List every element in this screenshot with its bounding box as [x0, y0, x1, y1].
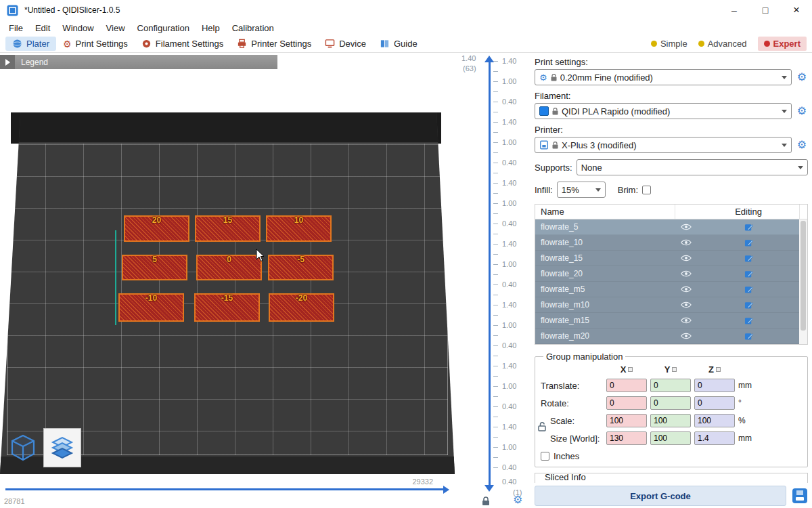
tab-print-settings[interactable]: ⚙ Print Settings	[56, 37, 135, 51]
brim-checkbox[interactable]	[642, 186, 651, 194]
tab-filament-settings[interactable]: Filament Settings	[135, 37, 230, 51]
edit-icon[interactable]	[744, 332, 753, 341]
edit-icon[interactable]	[744, 301, 753, 310]
calibration-tile[interactable]: -5	[268, 255, 334, 280]
lock-icon	[552, 108, 558, 115]
scrollbar-thumb[interactable]	[800, 221, 806, 331]
slider-gear-icon[interactable]: ⚙	[513, 493, 522, 506]
object-list-scrollbar[interactable]	[799, 219, 807, 344]
object-row[interactable]: flowrate_5	[535, 219, 799, 235]
rotate-z-input[interactable]	[694, 396, 735, 410]
send-to-printer-icon[interactable]	[792, 488, 808, 504]
horizontal-slider[interactable]	[5, 488, 444, 490]
axis-x-header: X	[606, 364, 647, 375]
calibration-tile[interactable]: -10	[118, 293, 184, 322]
tick-mark	[493, 142, 498, 143]
calibration-tile[interactable]: 20	[124, 215, 189, 242]
object-row[interactable]: flowrate_10	[535, 235, 799, 251]
legend-collapse-icon[interactable]	[0, 55, 15, 69]
close-button[interactable]: ×	[781, 0, 812, 20]
print-settings-combo[interactable]: ⚙ 0.20mm Fine (modified)	[535, 69, 792, 85]
object-row[interactable]: flowrate_20	[535, 266, 799, 282]
tick-mark	[493, 244, 498, 245]
menu-item-file[interactable]: File	[3, 22, 29, 35]
hscroll-arrow-icon[interactable]	[443, 486, 449, 494]
mode-advanced[interactable]: Advanced	[698, 39, 747, 49]
calibration-tile[interactable]: 15	[195, 215, 261, 242]
object-row[interactable]: flowrate_15	[535, 251, 799, 266]
size-z-input[interactable]	[694, 431, 735, 445]
rotate-x-input[interactable]	[606, 396, 647, 410]
edit-icon[interactable]	[744, 254, 753, 263]
filament-combo[interactable]: QIDI PLA Rapido (modified)	[535, 103, 792, 119]
tile-label: -10	[145, 294, 157, 303]
tab-device[interactable]: Device	[318, 37, 373, 51]
mode-simple[interactable]: Simple	[651, 39, 687, 49]
translate-x-input[interactable]	[606, 379, 647, 392]
uniform-scale-lock-icon[interactable]	[538, 421, 546, 431]
object-row[interactable]: flowrate_m20	[535, 329, 799, 344]
tile-label: 0	[227, 255, 231, 264]
device-icon	[325, 39, 335, 49]
edit-icon[interactable]	[744, 285, 753, 294]
calibration-tile[interactable]: -15	[194, 293, 260, 322]
menu-item-configuration[interactable]: Configuration	[131, 22, 196, 35]
tab-printer-settings[interactable]: Printer Settings	[230, 37, 318, 51]
menu-item-help[interactable]: Help	[196, 22, 226, 35]
hscroll-max-label: 29332	[412, 478, 433, 486]
slider-lock-icon[interactable]	[482, 496, 490, 506]
calibration-tile[interactable]: -20	[269, 293, 334, 322]
printer-combo[interactable]: X-Plus 3 (modified)	[535, 137, 792, 153]
translate-y-input[interactable]	[650, 379, 691, 392]
eye-icon[interactable]	[681, 317, 692, 324]
scale-x-input[interactable]	[606, 414, 647, 427]
menu-item-view[interactable]: View	[100, 22, 131, 35]
scale-y-input[interactable]	[650, 414, 691, 427]
filament-gear-button[interactable]: ⚙	[796, 106, 808, 117]
eye-icon[interactable]	[681, 301, 692, 308]
inches-checkbox[interactable]	[541, 452, 549, 461]
menu-item-edit[interactable]: Edit	[29, 22, 56, 35]
edit-icon[interactable]	[744, 238, 753, 247]
infill-combo[interactable]: 15%	[557, 182, 606, 198]
size-x-input[interactable]	[606, 431, 647, 445]
edit-icon[interactable]	[744, 270, 753, 278]
menu-item-window[interactable]: Window	[56, 22, 99, 35]
view-3d-button[interactable]	[4, 428, 42, 467]
view-layers-button[interactable]	[43, 428, 81, 467]
eye-icon[interactable]	[681, 286, 692, 293]
eye-icon[interactable]	[681, 224, 692, 230]
calibration-tile[interactable]: 0	[196, 255, 262, 280]
scale-z-input[interactable]	[694, 414, 735, 427]
object-row[interactable]: flowrate_m10	[535, 297, 799, 313]
eye-icon[interactable]	[681, 333, 692, 339]
viewport-3d[interactable]: 20151050-5-10-15-20 Legend	[0, 53, 455, 508]
supports-combo[interactable]: None	[577, 159, 808, 175]
tab-plater[interactable]: Plater	[5, 37, 56, 51]
eye-icon[interactable]	[681, 255, 692, 261]
rotate-y-input[interactable]	[650, 396, 691, 410]
eye-icon[interactable]	[681, 270, 692, 277]
tab-guide[interactable]: Guide	[373, 37, 424, 51]
maximize-button[interactable]: □	[750, 0, 781, 20]
layer-tick-label: 1.00	[502, 320, 516, 330]
edit-icon[interactable]	[744, 316, 753, 325]
tile-label: -15	[221, 294, 233, 303]
eye-icon[interactable]	[681, 239, 692, 246]
mode-expert[interactable]: Expert	[758, 37, 807, 51]
object-row[interactable]: flowrate_m5	[535, 282, 799, 297]
edit-icon[interactable]	[744, 223, 753, 232]
tick-mark	[493, 295, 498, 295]
minimize-button[interactable]: –	[719, 0, 750, 20]
menu-item-calibration[interactable]: Calibration	[226, 22, 280, 35]
export-gcode-button[interactable]: Export G-code	[535, 486, 786, 506]
legend-header[interactable]: Legend	[0, 55, 277, 69]
print-settings-gear-button[interactable]: ⚙	[796, 72, 808, 83]
size-y-input[interactable]	[650, 431, 691, 445]
calibration-tile[interactable]: 10	[266, 215, 332, 242]
object-row[interactable]: flowrate_m15	[535, 313, 799, 329]
calibration-tile[interactable]: 5	[122, 255, 187, 280]
tick-mark	[493, 132, 498, 133]
printer-gear-button[interactable]: ⚙	[796, 140, 808, 150]
translate-z-input[interactable]	[694, 379, 735, 392]
